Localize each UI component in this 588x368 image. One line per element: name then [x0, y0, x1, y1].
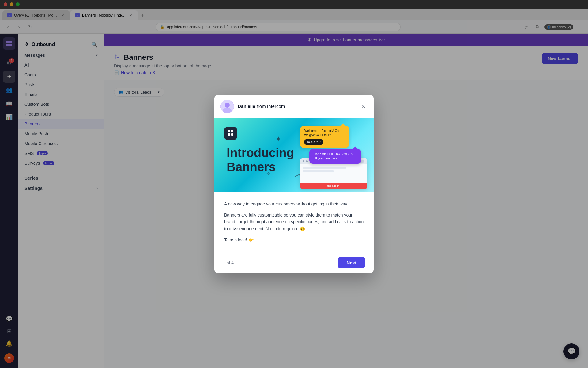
modal-hero-title: Introducing Banners [227, 146, 294, 174]
modal-body: A new way to engage your customers witho… [214, 192, 374, 252]
intercom-logo-hero [224, 127, 237, 140]
modal-avatar [221, 100, 234, 113]
discount-bubble-arrow [353, 146, 358, 151]
intro-modal: Danielle from Intercom ✕ Introducing Ban… [214, 95, 374, 274]
modal-paragraph-1: A new way to engage your customers witho… [224, 201, 364, 207]
cta-button-hero: Take a tour [304, 139, 323, 145]
modal-header-left: Danielle from Intercom [221, 100, 285, 113]
svg-rect-14 [231, 130, 233, 132]
hero-title-line1: Introducing [227, 146, 294, 160]
modal-paragraph-2: Banners are fully customizable so you ca… [224, 212, 364, 232]
svg-rect-15 [228, 133, 230, 136]
red-banner-mockup: Take a tour → [300, 183, 368, 189]
svg-rect-13 [228, 130, 230, 132]
modal-close-button[interactable]: ✕ [359, 102, 368, 111]
bubble-arrow [341, 123, 346, 128]
modal-hero-title-area: Introducing Banners [227, 146, 294, 174]
svg-rect-16 [231, 133, 233, 136]
sender-name: Danielle [238, 104, 255, 109]
modal-header: Danielle from Intercom ✕ [214, 95, 374, 118]
svg-point-11 [225, 103, 230, 108]
sender-company: from Intercom [257, 104, 285, 109]
avatar-image [221, 100, 234, 113]
modal-hero: Introducing Banners ✦ ✦ ✦ ✛ Welcome to E… [214, 118, 374, 192]
welcome-text: Welcome to Examply! Can we give you a to… [304, 129, 345, 137]
modal-paragraph-3: Take a look! 👉 [224, 236, 364, 243]
modal-footer: 1 of 4 Next [214, 252, 374, 273]
modal-pagination: 1 of 4 [223, 260, 234, 265]
modal-next-button[interactable]: Next [338, 257, 365, 268]
plus-icon: ✛ [266, 171, 270, 177]
modal-sender: Danielle from Intercom [238, 104, 285, 109]
discount-bubble: Use code HOLIDAYS for 20% off your purch… [309, 149, 361, 164]
hero-title-line2: Banners [227, 160, 294, 174]
welcome-bubble: Welcome to Examply! Can we give you a to… [300, 126, 349, 148]
modal-overlay[interactable]: Danielle from Intercom ✕ Introducing Ban… [0, 0, 588, 368]
discount-text: Use code HOLIDAYS for 20% off your purch… [314, 152, 357, 161]
sparkle-icon-1: ✦ [276, 135, 281, 143]
